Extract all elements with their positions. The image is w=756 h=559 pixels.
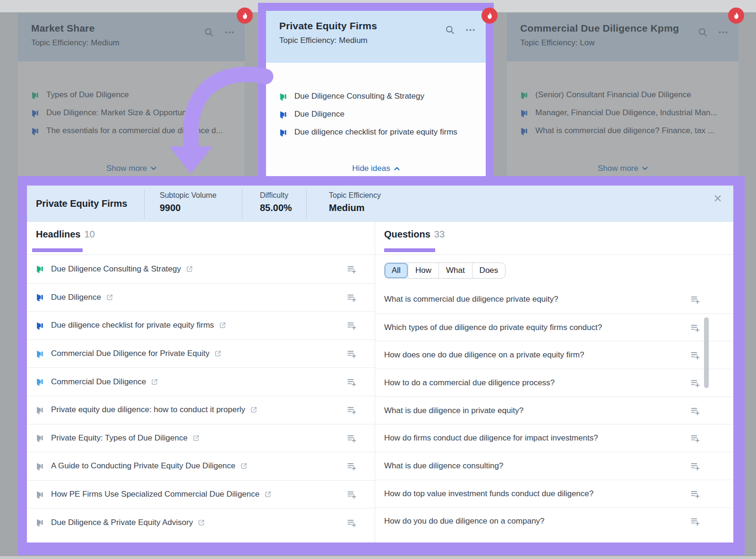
add-to-list-icon[interactable] bbox=[690, 323, 700, 332]
stat-difficulty: Difficulty 85.00% bbox=[242, 189, 306, 219]
megaphone-icon bbox=[36, 377, 45, 386]
headline-row[interactable]: Private Equity: Types of Due Diligence bbox=[27, 424, 375, 452]
add-to-list-icon[interactable] bbox=[347, 433, 356, 443]
question-text: How do firms conduct due diligence for i… bbox=[384, 433, 598, 443]
headline-row[interactable]: Due Diligence Consulting & Strategy bbox=[27, 255, 375, 283]
question-row[interactable]: How to do a commercial due diligence pro… bbox=[375, 369, 733, 397]
question-text: How to do a commercial due diligence pro… bbox=[384, 378, 555, 388]
question-row[interactable]: Which types of due diligence do private … bbox=[375, 313, 733, 341]
fire-icon bbox=[485, 11, 494, 20]
add-to-list-icon[interactable] bbox=[690, 461, 700, 471]
headline-row[interactable]: Commercial Due Diligence for Private Equ… bbox=[27, 339, 375, 368]
questions-title: Questions bbox=[384, 229, 430, 239]
megaphone-icon bbox=[36, 518, 45, 527]
close-icon bbox=[714, 195, 722, 202]
headline-text: Commercial Due Diligence bbox=[51, 377, 146, 387]
idea-text: Due Diligence Consulting & Strategy bbox=[294, 92, 424, 101]
add-to-list-icon[interactable] bbox=[347, 293, 356, 302]
add-to-list-icon[interactable] bbox=[347, 405, 356, 415]
filter-all[interactable]: All bbox=[385, 263, 408, 278]
external-link-icon[interactable] bbox=[264, 491, 272, 498]
question-row[interactable]: What is commercial due diligence private… bbox=[375, 286, 733, 313]
hide-ideas-link[interactable]: Hide ideas bbox=[266, 164, 486, 173]
headline-row[interactable]: A Guide to Conducting Private Equity Due… bbox=[27, 452, 375, 480]
external-link-icon[interactable] bbox=[151, 378, 158, 386]
add-to-list-icon[interactable] bbox=[690, 295, 700, 304]
question-row[interactable]: How does one do due diligence on a priva… bbox=[375, 341, 733, 369]
megaphone-icon bbox=[279, 128, 288, 137]
questions-count: 33 bbox=[434, 229, 445, 239]
add-to-list-icon[interactable] bbox=[347, 461, 356, 471]
add-to-list-icon[interactable] bbox=[690, 517, 700, 526]
headlines-header: Headlines10 bbox=[27, 222, 375, 255]
fire-icon bbox=[241, 11, 249, 20]
question-row[interactable]: How do top value investment funds conduc… bbox=[375, 480, 733, 508]
trending-badge bbox=[728, 8, 744, 24]
question-row[interactable]: How do firms conduct due diligence for i… bbox=[375, 424, 733, 452]
filter-what[interactable]: What bbox=[438, 263, 472, 278]
external-link-icon[interactable] bbox=[192, 434, 200, 442]
question-row[interactable]: What is due diligence consulting? bbox=[375, 452, 733, 480]
add-to-list-icon[interactable] bbox=[347, 349, 356, 358]
questions-header: Questions33 bbox=[375, 222, 733, 255]
question-text: What is due diligence in private equity? bbox=[384, 406, 524, 415]
external-link-icon[interactable] bbox=[198, 519, 205, 526]
external-link-icon[interactable] bbox=[106, 294, 113, 301]
megaphone-icon bbox=[279, 92, 288, 101]
headline-text: Due Diligence & Private Equity Advisory bbox=[51, 518, 193, 527]
headline-text: Due Diligence bbox=[51, 293, 101, 302]
question-text: How does one do due diligence on a priva… bbox=[384, 350, 584, 360]
purple-underline bbox=[32, 248, 83, 252]
filter-how[interactable]: How bbox=[408, 263, 438, 278]
external-link-icon[interactable] bbox=[214, 350, 222, 357]
headline-text: Due Diligence Consulting & Strategy bbox=[51, 264, 181, 274]
add-to-list-icon[interactable] bbox=[690, 350, 700, 360]
question-row[interactable]: What is due diligence in private equity? bbox=[375, 397, 733, 424]
add-to-list-icon[interactable] bbox=[690, 433, 700, 443]
add-to-list-icon[interactable] bbox=[347, 377, 356, 387]
add-to-list-icon[interactable] bbox=[690, 378, 700, 388]
close-button[interactable] bbox=[712, 192, 724, 204]
card-idea-item[interactable]: Due Diligence Consulting & Strategy bbox=[279, 87, 474, 105]
add-to-list-icon[interactable] bbox=[690, 406, 700, 415]
megaphone-icon bbox=[36, 264, 45, 273]
external-link-icon[interactable] bbox=[240, 462, 248, 470]
headline-row[interactable]: Private equity due diligence: how to con… bbox=[27, 396, 375, 424]
headline-row[interactable]: Due Diligence & Private Equity Advisory bbox=[27, 508, 375, 536]
trending-badge bbox=[237, 8, 253, 24]
add-to-list-icon[interactable] bbox=[347, 264, 356, 274]
headline-row[interactable]: Due Diligence bbox=[27, 283, 375, 312]
stat-subtopic-volume: Subtopic Volume 9900 bbox=[144, 189, 242, 219]
bottom-strip bbox=[0, 556, 756, 559]
questions-scrollbar-thumb[interactable] bbox=[704, 317, 709, 388]
external-link-icon[interactable] bbox=[219, 322, 226, 329]
external-link-icon[interactable] bbox=[186, 265, 193, 273]
purple-underline bbox=[384, 248, 435, 252]
highlight-border: Private Equity Firms Topic Efficiency: M… bbox=[258, 3, 494, 176]
add-to-list-icon[interactable] bbox=[347, 518, 356, 527]
question-row[interactable]: How do you do due diligence on a company… bbox=[375, 508, 733, 535]
card-idea-item[interactable]: Due diligence checklist for private equi… bbox=[279, 123, 474, 141]
topic-efficiency-label: Topic Efficiency: Medium bbox=[279, 36, 474, 45]
external-link-icon[interactable] bbox=[250, 406, 258, 414]
headline-row[interactable]: Commercial Due Diligence bbox=[27, 367, 375, 396]
topic-card-private-equity-firms: Private Equity Firms Topic Efficiency: M… bbox=[266, 11, 486, 176]
add-to-list-icon[interactable] bbox=[347, 321, 356, 330]
headline-row[interactable]: Due diligence checklist for private equi… bbox=[27, 311, 375, 339]
filter-does[interactable]: Does bbox=[472, 263, 506, 278]
three-dots-menu-icon[interactable] bbox=[465, 25, 475, 35]
headline-text: How PE Firms Use Specialized Commercial … bbox=[51, 490, 259, 499]
headlines-list: Due Diligence Consulting & Strategy Due … bbox=[27, 255, 375, 536]
megaphone-icon bbox=[36, 349, 45, 358]
topic-research-screen: Market Share Topic Efficiency: Medium Ty… bbox=[0, 0, 756, 559]
card-header: Private Equity Firms Topic Efficiency: M… bbox=[266, 11, 486, 63]
search-icon[interactable] bbox=[445, 25, 455, 35]
megaphone-icon bbox=[36, 433, 45, 442]
subtopic-detail-panel: Private Equity Firms Subtopic Volume 990… bbox=[17, 176, 745, 555]
headline-text: Private equity due diligence: how to con… bbox=[51, 405, 245, 415]
add-to-list-icon[interactable] bbox=[347, 490, 356, 499]
card-idea-item[interactable]: Due Diligence bbox=[279, 105, 474, 123]
add-to-list-icon[interactable] bbox=[690, 489, 700, 499]
headline-row[interactable]: How PE Firms Use Specialized Commercial … bbox=[27, 480, 375, 508]
megaphone-icon bbox=[36, 321, 45, 330]
